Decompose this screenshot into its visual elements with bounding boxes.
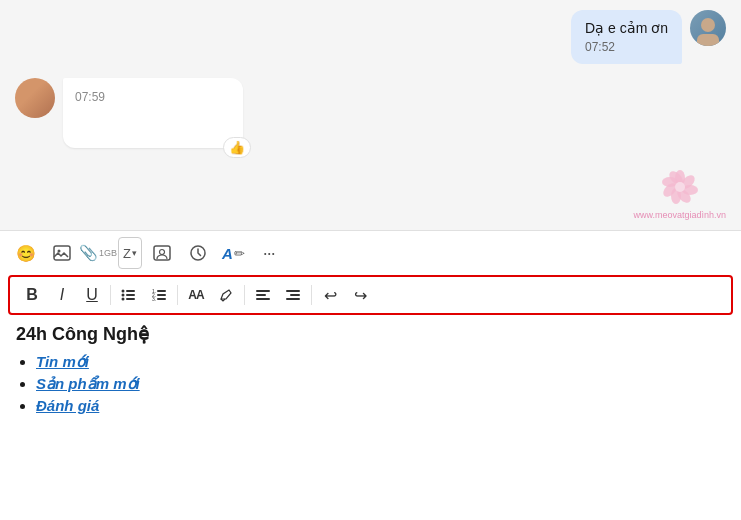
svg-rect-23 — [157, 294, 166, 296]
svg-rect-30 — [290, 294, 300, 296]
chat-area: Dạ e cảm ơn 07:52 07:59 👍 — [0, 0, 741, 230]
svg-rect-29 — [286, 290, 300, 292]
watermark-icon — [662, 168, 698, 210]
font-size-button[interactable]: AA — [182, 281, 210, 309]
outgoing-text: Dạ e cảm ơn — [585, 20, 668, 36]
incoming-avatar — [15, 78, 55, 118]
svg-rect-19 — [126, 298, 135, 300]
bold-button[interactable]: B — [18, 281, 46, 309]
incoming-message: 07:59 👍 — [15, 78, 726, 148]
compose-heading: 24h Công Nghệ — [16, 323, 725, 345]
italic-button[interactable]: I — [48, 281, 76, 309]
format-z-icon: Z — [123, 246, 131, 261]
font-a-icon: A — [222, 245, 233, 262]
list-item-3: Đánh giá — [36, 397, 725, 414]
incoming-time: 07:59 — [75, 90, 231, 104]
outgoing-message: Dạ e cảm ơn 07:52 — [15, 10, 726, 64]
svg-rect-31 — [286, 298, 300, 300]
list-item-2: Sản phẩm mới — [36, 375, 725, 393]
emoji-button[interactable]: 😊 — [10, 237, 42, 269]
format-bar: B I U 1. 2. 3. AA — [8, 275, 733, 315]
list-link-2[interactable]: Sản phẩm mới — [36, 375, 140, 392]
svg-point-8 — [675, 182, 685, 192]
redo-button[interactable]: ↪ — [346, 281, 374, 309]
align-right-button[interactable] — [279, 281, 307, 309]
svg-rect-26 — [256, 290, 270, 292]
incoming-bubble: 07:59 👍 — [63, 78, 243, 148]
outgoing-time: 07:52 — [585, 40, 668, 54]
svg-rect-17 — [126, 294, 135, 296]
font-color-button[interactable]: A ✏ — [218, 237, 249, 269]
list-link-3[interactable]: Đánh giá — [36, 397, 99, 414]
divider-1 — [110, 285, 111, 305]
outgoing-avatar — [690, 10, 726, 46]
reaction-icon: 👍 — [223, 137, 251, 158]
watermark-text: www.meovatgiadình.vn — [633, 210, 726, 220]
svg-rect-21 — [157, 290, 166, 292]
compose-area[interactable]: 24h Công Nghệ Tin mới Sản phẩm mới Đánh … — [0, 315, 741, 520]
svg-point-16 — [122, 294, 125, 297]
ordered-list-button[interactable]: 1. 2. 3. — [145, 281, 173, 309]
svg-rect-28 — [256, 298, 270, 300]
file-button[interactable]: 📎1GB — [82, 237, 114, 269]
watermark: www.meovatgiadình.vn — [633, 168, 726, 220]
compose-content[interactable]: 24h Công Nghệ Tin mới Sản phẩm mới Đánh … — [16, 323, 725, 414]
svg-rect-11 — [154, 246, 170, 260]
svg-point-12 — [159, 250, 164, 255]
divider-3 — [244, 285, 245, 305]
more-button[interactable]: ··· — [253, 237, 285, 269]
undo-button[interactable]: ↩ — [316, 281, 344, 309]
underline-button[interactable]: U — [78, 281, 106, 309]
image-button[interactable] — [46, 237, 78, 269]
bullet-list-button[interactable] — [115, 281, 143, 309]
svg-rect-27 — [256, 294, 266, 296]
file-size-label: 1GB — [99, 248, 117, 258]
compose-list: Tin mới Sản phẩm mới Đánh giá — [36, 353, 725, 414]
contact-button[interactable] — [146, 237, 178, 269]
svg-text:3.: 3. — [152, 296, 156, 302]
divider-2 — [177, 285, 178, 305]
align-left-button[interactable] — [249, 281, 277, 309]
divider-4 — [311, 285, 312, 305]
list-item-1: Tin mới — [36, 353, 725, 371]
svg-rect-9 — [54, 246, 70, 260]
svg-rect-15 — [126, 290, 135, 292]
highlight-button[interactable] — [212, 281, 240, 309]
svg-point-18 — [122, 298, 125, 301]
format-chevron-icon: ▾ — [132, 248, 137, 258]
format-text-button[interactable]: Z ▾ — [118, 237, 142, 269]
svg-point-14 — [122, 290, 125, 293]
font-pen-icon: ✏ — [234, 246, 245, 261]
list-link-1[interactable]: Tin mới — [36, 353, 89, 370]
schedule-button[interactable] — [182, 237, 214, 269]
outgoing-bubble: Dạ e cảm ơn 07:52 — [571, 10, 682, 64]
toolbar-area: 😊 📎1GB Z ▾ A ✏ ··· — [0, 230, 741, 275]
svg-rect-25 — [157, 298, 166, 300]
